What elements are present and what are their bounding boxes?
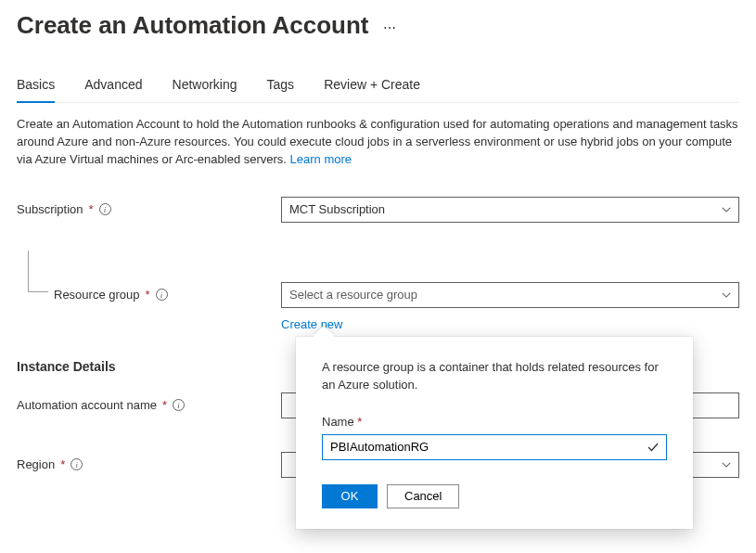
tab-advanced[interactable]: Advanced [84,77,142,103]
resource-group-placeholder: Select a resource group [289,288,417,302]
resource-group-label: Resource group [54,288,140,302]
cancel-button[interactable]: Cancel [387,484,459,498]
resource-group-name-input[interactable] [322,434,667,460]
info-icon[interactable]: i [156,289,168,301]
popover-description: A resource group is a container that hol… [322,359,667,394]
required-asterisk: * [162,398,167,412]
chevron-down-icon [722,205,731,214]
popover-name-label-text: Name [322,415,354,429]
check-icon [647,441,660,454]
indent-line [28,251,48,292]
chevron-down-icon [722,290,731,300]
info-icon[interactable]: i [99,203,111,215]
tab-basics[interactable]: Basics [17,77,55,103]
resource-group-select[interactable]: Select a resource group [281,282,739,308]
learn-more-link[interactable]: Learn more [290,152,352,166]
info-icon[interactable]: i [70,458,83,470]
ok-button[interactable]: OK [322,484,378,498]
description-body: Create an Automation Account to hold the… [17,117,738,166]
required-asterisk: * [60,457,65,471]
tab-review[interactable]: Review + Create [324,77,420,103]
tab-tags[interactable]: Tags [267,77,295,103]
info-icon[interactable]: i [173,399,185,411]
subscription-value: MCT Subscription [289,202,385,216]
required-asterisk: * [89,202,94,216]
required-asterisk: * [357,415,362,429]
subscription-label: Subscription [17,202,83,216]
page-title: Create an Automation Account [17,11,368,40]
automation-name-label: Automation account name [17,398,157,412]
create-resource-group-popover: A resource group is a container that hol… [296,337,693,498]
popover-name-label: Name * [322,415,667,429]
region-label: Region [17,457,55,471]
create-new-link[interactable]: Create new [281,317,342,331]
tab-networking[interactable]: Networking [173,77,237,103]
required-asterisk: * [146,288,150,302]
description-text: Create an Automation Account to hold the… [17,116,739,169]
more-icon[interactable]: ⋯ [383,17,396,35]
chevron-down-icon [722,460,731,469]
tabs: Basics Advanced Networking Tags Review +… [17,77,739,103]
subscription-select[interactable]: MCT Subscription [281,197,739,223]
